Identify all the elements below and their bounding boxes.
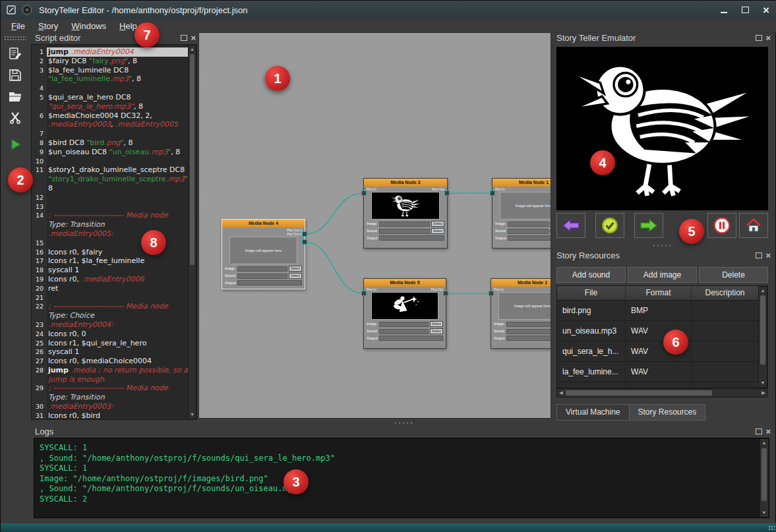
table-row[interactable]: bird.pngBMP	[557, 301, 767, 321]
code-line[interactable]: 10	[32, 157, 188, 166]
float-panel-icon[interactable]	[756, 429, 762, 434]
close-panel-icon[interactable]: ×	[765, 427, 771, 436]
code-line[interactable]: 21	[32, 293, 188, 303]
code-line[interactable]: 22; --------------------------- Media no…	[32, 302, 188, 311]
code-line[interactable]: 27lcons r0, $mediaChoice0004	[32, 357, 188, 366]
script-editor-vscrollbar[interactable]: ▲ ▼	[188, 45, 196, 419]
column-header-file[interactable]: File	[557, 286, 626, 300]
logs-vscrollbar[interactable]: ▲ ▼	[760, 438, 769, 517]
home-button[interactable]	[739, 213, 768, 238]
scrollbar-handle[interactable]	[190, 54, 194, 265]
port-out-connector[interactable]	[444, 191, 450, 196]
scroll-down-icon[interactable]: ▼	[759, 379, 767, 387]
port-in-connector[interactable]	[490, 191, 495, 196]
node-title[interactable]: Media Node 4	[222, 220, 305, 227]
validate-button[interactable]	[595, 213, 624, 238]
resources-hscrollbar[interactable]: ◀ ▶	[556, 388, 768, 398]
open-project-button[interactable]	[4, 86, 26, 106]
select-button[interactable]: Select	[289, 266, 302, 272]
code-line[interactable]: 31lcons r0, $bird	[32, 411, 188, 420]
scrollbar-handle[interactable]	[566, 390, 712, 396]
code-line[interactable]: jump is enough	[32, 375, 188, 384]
splitter-emulator[interactable]	[652, 244, 672, 247]
script-editor-titlebar[interactable]: Script editor ×	[30, 32, 198, 44]
port-in-connector[interactable]	[361, 191, 367, 196]
table-row[interactable]: fairy.pngBMP	[557, 382, 767, 388]
node-canvas[interactable]: Media Node 4Port Out 1Port Out 2Image wi…	[198, 32, 551, 419]
menu-file[interactable]: File	[5, 20, 32, 32]
scroll-right-icon[interactable]: ▶	[760, 389, 767, 397]
menu-help[interactable]: Help	[113, 20, 144, 32]
column-header-format[interactable]: Format	[626, 286, 692, 300]
resources-titlebar[interactable]: Story Resources ×	[551, 250, 776, 261]
add-sound-button[interactable]: Add sound	[556, 267, 626, 283]
port-in-connector[interactable]	[489, 291, 494, 296]
select-button[interactable]: Select	[430, 321, 443, 327]
code-line[interactable]: 8	[32, 184, 188, 193]
resize-grip[interactable]	[768, 525, 775, 531]
tab-virtual-machine[interactable]: Virtual Machine	[556, 404, 630, 421]
port-out-connector[interactable]	[302, 239, 307, 245]
media-node[interactable]: Media Node 1Port InPort OutImage will ap…	[492, 178, 551, 249]
delete-button[interactable]: Delete	[699, 267, 768, 283]
code-line[interactable]: .mediaEntry0005:	[32, 229, 188, 239]
code-line[interactable]: 1jump .mediaEntry0004	[32, 47, 188, 57]
table-row[interactable]: qui_sera_le_h...WAV	[557, 341, 767, 362]
port-out-connector[interactable]	[302, 231, 307, 237]
splitter-left[interactable]	[198, 220, 202, 237]
code-line[interactable]: 12	[32, 193, 188, 202]
scrollbar-handle[interactable]	[760, 295, 765, 365]
select-button[interactable]: Select	[431, 221, 444, 227]
media-node[interactable]: Media Node 5Port InPort OutImageSelectSo…	[363, 278, 446, 349]
close-project-button[interactable]	[4, 107, 26, 127]
code-line[interactable]: 25lcons r1, $qui_sera_le_hero	[32, 339, 188, 348]
port-in-connector[interactable]	[361, 291, 367, 296]
code-line[interactable]: 20ret	[32, 284, 188, 293]
scroll-up-icon[interactable]: ▲	[759, 287, 767, 295]
code-line[interactable]: Type: Choice	[32, 311, 188, 320]
code-line[interactable]: 5$qui_sera_le_hero DC8	[32, 93, 188, 102]
select-button[interactable]: Select	[431, 228, 444, 234]
code-line[interactable]: "qui_sera_le_hero.mp3", 8	[32, 102, 188, 111]
float-panel-icon[interactable]	[181, 35, 187, 41]
next-button[interactable]	[634, 213, 663, 238]
media-node[interactable]: Media Node 2Port InPort OutImage will ap…	[491, 278, 551, 349]
scrollbar-handle[interactable]	[761, 448, 767, 501]
scroll-up-icon[interactable]: ▲	[189, 45, 196, 53]
code-line[interactable]: 4	[32, 84, 188, 93]
select-button[interactable]: Select	[289, 273, 302, 279]
minimize-button[interactable]	[713, 1, 734, 19]
code-line[interactable]: 3$la_fee_luminelle DC8	[32, 66, 188, 75]
code-line[interactable]: 30.mediaEntry0003:	[32, 402, 188, 411]
code-line[interactable]: 6$mediaChoice0004 DC32, 2,	[32, 111, 188, 121]
code-line[interactable]: "story1_drako_luminelle_sceptre.mp3",	[32, 175, 188, 184]
code-line[interactable]: 13	[32, 202, 188, 212]
pause-button[interactable]	[707, 213, 736, 238]
close-panel-icon[interactable]: ×	[765, 251, 771, 260]
code-line[interactable]: 18syscall 1	[32, 266, 188, 275]
logs-titlebar[interactable]: Logs ×	[30, 426, 773, 437]
close-panel-icon[interactable]: ×	[191, 34, 196, 42]
code-line[interactable]: 8$bird DC8 "bird.png", 8	[32, 138, 188, 148]
code-line[interactable]: 23.mediaEntry0004:	[32, 320, 188, 330]
tab-story-resources[interactable]: Story Resources	[629, 404, 706, 421]
emulator-titlebar[interactable]: Story Teller Emulator ×	[551, 32, 776, 44]
code-line[interactable]: 19lcons r0, .mediaEntry0006	[32, 275, 188, 284]
code-line[interactable]: .mediaEntry0003, .mediaEntry0005	[32, 120, 188, 129]
media-node[interactable]: Media Node 4Port Out 1Port Out 2Image wi…	[222, 219, 305, 289]
script-editor[interactable]: 1jump .mediaEntry00042$fairy DC8 "fairy.…	[31, 44, 197, 420]
previous-button[interactable]	[556, 213, 585, 238]
code-line[interactable]: 26syscall 1	[32, 347, 188, 357]
code-line[interactable]: 17lcons r1, $la_fee_luminelle	[32, 256, 188, 266]
code-line[interactable]: 14; --------------------------- Media no…	[32, 211, 188, 220]
table-row[interactable]: la_fee_lumine...WAV	[557, 362, 767, 382]
menu-story[interactable]: Story	[32, 20, 65, 32]
media-node[interactable]: Media Node 3Port InPort OutImageSelectSo…	[363, 178, 448, 249]
toolbar-grip[interactable]	[4, 36, 26, 41]
code-line[interactable]: "la_fee_luminelle.mp3", 8	[32, 74, 188, 84]
select-button[interactable]: Select	[430, 328, 443, 334]
menu-windows[interactable]: Windows	[65, 20, 113, 32]
add-image-button[interactable]: Add image	[628, 267, 697, 283]
code-line[interactable]: Type: Transition	[32, 220, 188, 229]
run-story-button[interactable]	[4, 134, 26, 154]
